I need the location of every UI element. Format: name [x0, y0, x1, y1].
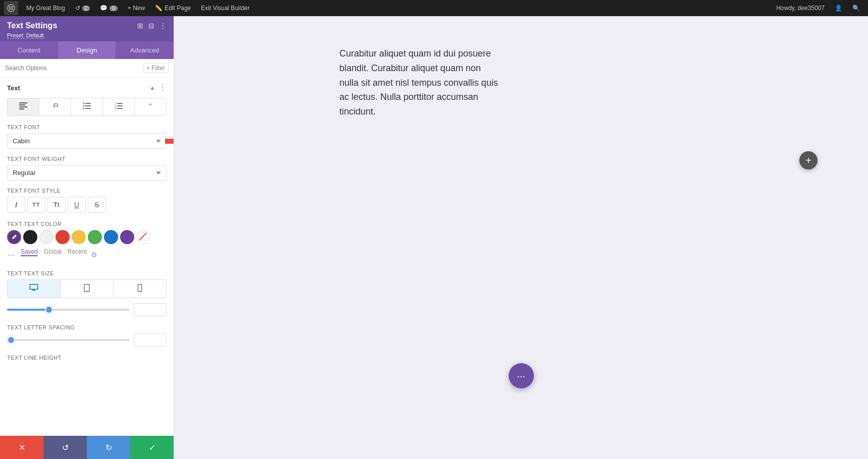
admin-user-icon[interactable]: 👤 [831, 3, 846, 14]
underline-button[interactable]: U [68, 197, 86, 213]
color-yellow[interactable] [72, 230, 86, 244]
wp-logo[interactable]: W [4, 1, 18, 15]
add-content-button[interactable]: + [799, 151, 818, 169]
more-icon[interactable]: ⋮ [159, 22, 167, 30]
svg-point-7 [83, 103, 85, 104]
ordered-list-button[interactable]: 1. 2. 3. [103, 98, 135, 116]
save-button[interactable]: ✓ [130, 436, 174, 459]
tab-advanced[interactable]: Advanced [116, 41, 174, 59]
color-tabs: Saved Global Recent [21, 248, 87, 256]
recent-colors-tab[interactable]: Recent [68, 248, 87, 256]
color-green[interactable] [88, 230, 102, 244]
color-blue[interactable] [104, 230, 118, 244]
size-input[interactable]: 18px [134, 303, 167, 316]
font-weight-label: Text Font Weight [7, 156, 167, 162]
sidebar-title: Text Settings [7, 21, 57, 30]
small-caps-button[interactable]: TT [27, 197, 45, 213]
cancel-button[interactable]: ✕ [0, 436, 43, 459]
italic-button[interactable]: I [7, 197, 25, 213]
font-style-label: Text Font Style [7, 188, 167, 194]
tablet-size-button[interactable] [61, 280, 114, 298]
columns-icon[interactable]: ⊟ [148, 22, 154, 30]
svg-point-25 [86, 290, 87, 291]
size-label: Text Text Size [7, 270, 167, 276]
section-collapse-icon[interactable]: ▲ [149, 84, 155, 91]
preset-selector[interactable]: Preset: Default [7, 32, 167, 38]
more-colors-icon[interactable]: ··· [7, 250, 15, 260]
svg-line-19 [139, 233, 146, 240]
reset-icon: ↺ [62, 443, 69, 452]
desktop-size-button[interactable] [8, 280, 61, 298]
color-settings-icon[interactable]: ⚙ [91, 251, 97, 259]
alignment-buttons: 1. 2. 3. “ [7, 98, 167, 116]
color-label: Text Text Color [7, 221, 167, 227]
color-black[interactable] [23, 230, 37, 244]
comments-button[interactable]: 💬 0 [96, 3, 122, 14]
svg-rect-16 [117, 105, 123, 106]
svg-rect-8 [85, 103, 91, 104]
exit-builder-button[interactable]: Exit Visual Builder [197, 3, 254, 14]
edit-page-label: Edit Page [165, 5, 191, 12]
title-case-button[interactable]: Tt [47, 197, 66, 213]
svg-text:3.: 3. [115, 107, 117, 109]
strikethrough-button[interactable]: S [88, 197, 106, 213]
svg-point-9 [83, 105, 85, 107]
letter-spacing-input[interactable]: 0px [134, 333, 167, 347]
reset-button[interactable]: ↺ [43, 436, 87, 459]
unordered-list-button[interactable] [71, 98, 103, 116]
admin-bar: W My Great Blog ↺ 2 💬 0 + New ✏️ Edit Pa… [0, 0, 868, 16]
preset-label: Preset: [7, 32, 25, 39]
font-select[interactable]: Cabin Arial Georgia [7, 133, 167, 149]
svg-rect-5 [19, 108, 24, 109]
section-more-icon[interactable]: ⋮ [158, 84, 167, 92]
svg-rect-4 [19, 106, 27, 107]
tab-bar: Content Design Advanced [0, 41, 174, 59]
font-weight-select[interactable]: Regular Bold Light [7, 165, 167, 181]
svg-rect-21 [30, 284, 37, 290]
search-input[interactable] [5, 65, 139, 72]
preset-value[interactable]: Default [26, 32, 44, 39]
device-size-buttons [7, 279, 167, 298]
size-slider-row: 18px [7, 303, 167, 316]
filter-button[interactable]: + Filter [143, 63, 169, 73]
line-height-label: Text Line Height [7, 355, 167, 361]
edit-page-button[interactable]: ✏️ Edit Page [151, 3, 195, 14]
canvas-content: Curabitur aliquet quam id dui posuere bl… [319, 16, 723, 149]
mobile-size-button[interactable] [114, 280, 166, 298]
fab-more-button[interactable]: ··· [509, 363, 534, 388]
redo-icon: ↻ [105, 443, 112, 452]
align-left-button[interactable] [8, 98, 39, 116]
color-white[interactable] [39, 230, 53, 244]
save-icon: ✓ [149, 443, 155, 452]
comment-count: 0 [110, 6, 118, 11]
svg-point-27 [139, 290, 140, 291]
undo-count: 2 [82, 6, 90, 11]
global-colors-tab[interactable]: Global [44, 248, 62, 256]
tab-design[interactable]: Design [58, 41, 116, 59]
redo-button[interactable]: ↻ [87, 436, 130, 459]
undo-icon: ↺ [75, 5, 80, 12]
maximize-icon[interactable]: ⊞ [137, 22, 143, 30]
color-purple[interactable] [120, 230, 134, 244]
letter-spacing-slider[interactable] [7, 339, 130, 341]
svg-rect-12 [85, 108, 91, 109]
tab-content[interactable]: Content [0, 41, 58, 59]
saved-colors-tab[interactable]: Saved [21, 248, 38, 256]
svg-rect-2 [19, 102, 27, 103]
arrow-indicator [165, 136, 174, 146]
undo-button[interactable]: ↺ 2 [71, 3, 94, 14]
new-label: + New [128, 5, 145, 12]
color-picker-button[interactable] [7, 230, 21, 244]
color-swatches [7, 230, 167, 244]
color-red[interactable] [56, 230, 70, 244]
blockquote-button[interactable]: “ [135, 98, 166, 116]
size-slider[interactable] [7, 309, 130, 311]
link-button[interactable] [39, 98, 71, 116]
site-name-link[interactable]: My Great Blog [22, 3, 69, 14]
admin-search-icon[interactable]: 🔍 [848, 3, 864, 14]
font-select-wrapper: Cabin Arial Georgia [7, 133, 167, 149]
canvas-text-block[interactable]: Curabitur aliquet quam id dui posuere bl… [340, 46, 501, 119]
cancel-icon: ✕ [19, 443, 25, 452]
new-button[interactable]: + New [124, 3, 149, 14]
color-eraser[interactable] [136, 230, 150, 244]
